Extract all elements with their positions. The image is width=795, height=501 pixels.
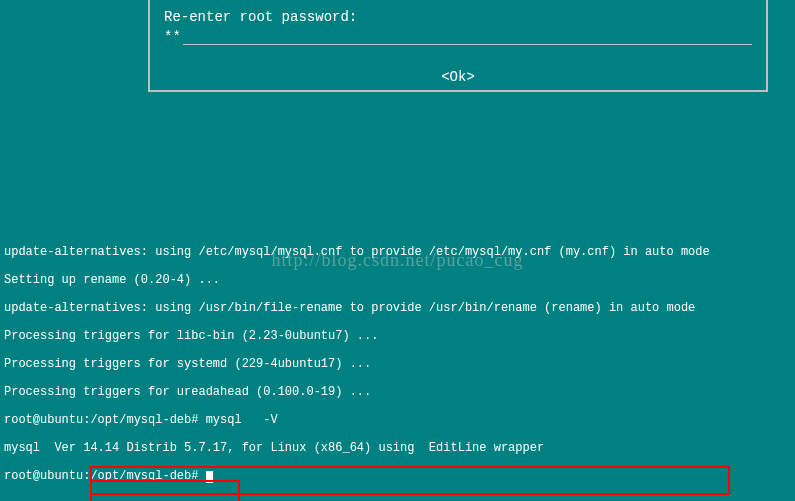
command-text: [198, 469, 205, 483]
shell-prompt[interactable]: root@ubuntu:/opt/mysql-deb#: [4, 469, 791, 483]
prompt-path: :/opt/mysql-deb#: [83, 413, 198, 427]
password-input[interactable]: **: [164, 29, 183, 45]
terminal-line: Processing triggers for libc-bin (2.23-0…: [4, 329, 791, 343]
terminal-line: Processing triggers for systemd (229-4ub…: [4, 357, 791, 371]
terminal-line: update-alternatives: using /etc/mysql/my…: [4, 245, 791, 259]
password-dialog: Re-enter root password: ** <Ok>: [148, 0, 768, 92]
terminal-line: Processing triggers for ureadahead (0.10…: [4, 385, 791, 399]
password-input-row: **: [164, 29, 752, 45]
mysql-version-output: mysql Ver 14.14 Distrib 5.7.17, for Linu…: [4, 441, 791, 455]
password-prompt-label: Re-enter root password:: [164, 9, 752, 25]
prompt-user-host: root@ubuntu: [4, 413, 83, 427]
terminal-line: Setting up rename (0.20-4) ...: [4, 273, 791, 287]
ok-button[interactable]: <Ok>: [164, 69, 752, 85]
cursor-icon: [206, 471, 213, 483]
prompt-user-host: root@ubuntu: [4, 469, 83, 483]
shell-prompt[interactable]: root@ubuntu:/opt/mysql-deb# mysql -V: [4, 413, 791, 427]
password-input-underline: [183, 31, 752, 45]
terminal-line: update-alternatives: using /usr/bin/file…: [4, 301, 791, 315]
terminal-output: update-alternatives: using /etc/mysql/my…: [0, 231, 795, 501]
command-text: mysql -V: [198, 413, 277, 427]
prompt-path: :/opt/mysql-deb#: [83, 469, 198, 483]
